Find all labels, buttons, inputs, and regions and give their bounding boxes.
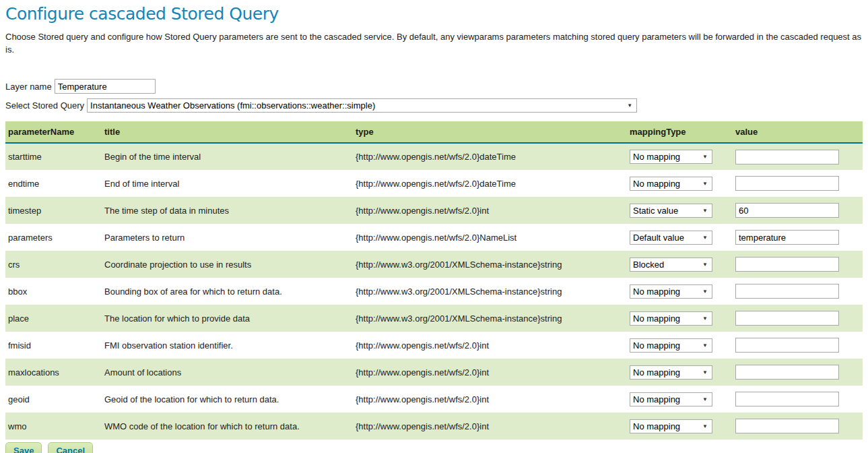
mapping-type-select[interactable]: Default value ▼ [630, 231, 712, 245]
cancel-button[interactable]: Cancel [48, 442, 93, 453]
value-input[interactable] [735, 257, 839, 272]
param-name: starttime [5, 143, 102, 170]
value-input[interactable] [735, 419, 839, 433]
value-input[interactable] [735, 150, 839, 164]
stored-query-form: Layer name Select Stored Query Instantan… [5, 79, 863, 113]
mapping-type-select[interactable]: No mapping ▼ [630, 419, 712, 433]
param-type: {http://www.opengis.net/wfs/2.0}dateTime [353, 143, 627, 170]
chevron-down-icon: ▼ [702, 342, 708, 349]
param-type: {http://www.w3.org/2001/XMLSchema-instan… [353, 278, 627, 305]
chevron-down-icon: ▼ [702, 235, 708, 241]
param-name: crs [5, 251, 102, 278]
save-button[interactable]: Save [5, 442, 42, 453]
value-input[interactable] [735, 230, 839, 245]
table-row-wmo: wmo WMO code of the location for which t… [5, 413, 863, 440]
form-actions: Save Cancel [5, 442, 863, 453]
chevron-down-icon: ▼ [627, 102, 632, 109]
param-type: {http://www.opengis.net/wfs/2.0}int [353, 359, 627, 386]
header-parameter-name: parameterName [5, 121, 102, 143]
layer-name-input[interactable] [55, 79, 156, 94]
param-name: geoid [5, 386, 102, 413]
table-row-maxlocations: maxlocations Amount of locations {http:/… [5, 359, 863, 386]
page: Configure cascaded Stored Query Choose S… [0, 0, 868, 453]
param-name: fmisid [5, 332, 102, 359]
mapping-type-select[interactable]: No mapping ▼ [630, 284, 712, 299]
param-title: Geoid of the location for which to retur… [102, 386, 353, 413]
header-value: value [733, 121, 863, 143]
parameters-table-header: parameterName title type mappingType val… [5, 121, 863, 143]
stored-query-label: Select Stored Query [5, 100, 84, 111]
value-input[interactable] [735, 284, 839, 299]
page-title: Configure cascaded Stored Query [5, 4, 863, 24]
value-input[interactable] [735, 392, 839, 406]
param-type: {http://www.w3.org/2001/XMLSchema-instan… [353, 251, 627, 278]
table-row-starttime: starttime Begin of the time interval {ht… [5, 143, 863, 170]
param-title: Bounding box of area for which to return… [102, 278, 353, 305]
stored-query-select[interactable]: Instantaneous Weather Observations (fmi:… [87, 98, 637, 113]
mapping-type-select[interactable]: No mapping ▼ [630, 311, 712, 326]
layer-name-row: Layer name [5, 79, 863, 94]
parameters-table: parameterName title type mappingType val… [5, 121, 863, 440]
param-title: Parameters to return [102, 224, 353, 251]
value-input[interactable] [735, 311, 839, 326]
value-input[interactable] [735, 176, 839, 191]
param-name: maxlocations [5, 359, 102, 386]
param-name: wmo [5, 413, 102, 440]
param-title: FMI observation station identifier. [102, 332, 353, 359]
chevron-down-icon: ▼ [702, 154, 708, 160]
param-name: place [5, 305, 102, 332]
mapping-type-select[interactable]: Static value ▼ [630, 204, 712, 218]
mapping-type-select[interactable]: No mapping ▼ [630, 338, 712, 353]
param-type: {http://www.w3.org/2001/XMLSchema-instan… [353, 305, 627, 332]
param-title: Amount of locations [102, 359, 353, 386]
value-input[interactable] [735, 203, 839, 218]
table-row-fmisid: fmisid FMI observation station identifie… [5, 332, 863, 359]
param-type: {http://www.opengis.net/wfs/2.0}int [353, 413, 627, 440]
mapping-type-select[interactable]: Blocked ▼ [630, 258, 712, 272]
table-row-timestep: timestep The time step of data in minute… [5, 197, 863, 224]
header-type: type [353, 121, 627, 143]
page-description: Choose Stored query and configure how St… [5, 30, 863, 56]
table-row-place: place The location for which to provide … [5, 305, 863, 332]
value-input[interactable] [735, 338, 839, 353]
layer-name-label: Layer name [5, 82, 52, 92]
param-title: End of time interval [102, 170, 353, 197]
param-name: parameters [5, 224, 102, 251]
param-type: {http://www.opengis.net/wfs/2.0}int [353, 197, 627, 224]
param-title: The time step of data in minutes [102, 197, 353, 224]
chevron-down-icon: ▼ [702, 208, 708, 214]
param-title: The location for which to provide data [102, 305, 353, 332]
chevron-down-icon: ▼ [702, 369, 708, 375]
chevron-down-icon: ▼ [702, 423, 708, 429]
table-row-crs: crs Coordinate projection to use in resu… [5, 251, 863, 278]
table-row-geoid: geoid Geoid of the location for which to… [5, 386, 863, 413]
header-title: title [102, 121, 353, 143]
header-mapping-type: mappingType [627, 121, 733, 143]
param-type: {http://www.opengis.net/wfs/2.0}int [353, 386, 627, 413]
stored-query-row: Select Stored Query Instantaneous Weathe… [5, 98, 863, 113]
param-type: {http://www.opengis.net/wfs/2.0}NameList [353, 224, 627, 251]
param-name: endtime [5, 170, 102, 197]
chevron-down-icon: ▼ [702, 396, 708, 402]
mapping-type-select[interactable]: No mapping ▼ [630, 150, 712, 164]
param-title: Coordinate projection to use in results [102, 251, 353, 278]
param-name: bbox [5, 278, 102, 305]
param-title: WMO code of the location for which to re… [102, 413, 353, 440]
chevron-down-icon: ▼ [702, 315, 708, 322]
param-name: timestep [5, 197, 102, 224]
mapping-type-select[interactable]: No mapping ▼ [630, 177, 712, 191]
table-row-endtime: endtime End of time interval {http://www… [5, 170, 863, 197]
mapping-type-select[interactable]: No mapping ▼ [630, 392, 712, 406]
chevron-down-icon: ▼ [702, 289, 708, 295]
table-row-bbox: bbox Bounding box of area for which to r… [5, 278, 863, 305]
param-type: {http://www.opengis.net/wfs/2.0}dateTime [353, 170, 627, 197]
chevron-down-icon: ▼ [702, 181, 708, 187]
table-row-parameters: parameters Parameters to return {http://… [5, 224, 863, 251]
param-title: Begin of the time interval [102, 143, 353, 170]
chevron-down-icon: ▼ [702, 262, 708, 268]
param-type: {http://www.opengis.net/wfs/2.0}int [353, 332, 627, 359]
value-input[interactable] [735, 365, 839, 380]
stored-query-selected-option: Instantaneous Weather Observations (fmi:… [90, 100, 375, 111]
mapping-type-select[interactable]: No mapping ▼ [630, 365, 712, 380]
